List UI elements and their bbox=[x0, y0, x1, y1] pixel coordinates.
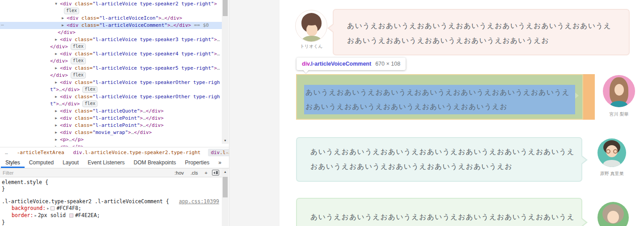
bubble-tail bbox=[581, 218, 586, 226]
open-brace: { bbox=[45, 179, 48, 185]
bubble-text-line: あいうえおあいうえおあいうえおあいうえおあいうえおあいうえおあいうえ bbox=[310, 209, 568, 224]
avatar-shirt bbox=[610, 101, 627, 107]
expand-icon[interactable]: ▶ bbox=[55, 115, 60, 122]
flex-badge[interactable]: flex bbox=[71, 72, 86, 79]
expand-icon[interactable]: ▶ bbox=[55, 108, 60, 115]
tab-layout[interactable]: Layout bbox=[58, 157, 83, 168]
inline-style-selector[interactable]: element.style bbox=[2, 179, 42, 185]
scroll-down-icon[interactable]: ▼ bbox=[222, 137, 229, 144]
tree-row[interactable]: ▶<div class="l-articleVoiceIcon">…</div> bbox=[0, 15, 222, 22]
speech-bubble-speaker-1: あいうえおあいうえおあいうえおあいうえおあいうえおあいうえおあいうえ おあいうえ… bbox=[333, 9, 630, 55]
css-property-value[interactable]: #FCF4F8; bbox=[56, 205, 81, 211]
flex-badge[interactable]: flex bbox=[64, 8, 79, 14]
tree-row[interactable]: flex bbox=[0, 8, 222, 15]
dom-tree: ▼<div class="l-articleVoice type-speaker… bbox=[0, 0, 222, 146]
sidebar-toggle-icon[interactable] bbox=[212, 170, 219, 176]
expand-icon[interactable]: ▶ bbox=[55, 143, 60, 146]
collapse-icon[interactable]: ▼ bbox=[55, 0, 60, 8]
tooltip-class: .l-articleVoiceComment bbox=[309, 61, 371, 67]
tree-row[interactable]: ▶<div class="movie_wrap">…</div> bbox=[0, 129, 222, 136]
tree-row[interactable]: ▶<div class="l-articleVoice type-speaker… bbox=[0, 36, 222, 43]
breadcrumb-item[interactable]: div.l-articleVoiceComment bbox=[208, 149, 229, 156]
breadcrumb-item[interactable]: … bbox=[4, 149, 9, 156]
bubble-text-line: あいうえおあいうえおあいうえおあいうえおあいうえおあいうえおあいうえ bbox=[347, 18, 615, 33]
bubble-text-line: おあいうえおあいうえおあいうえおあいうえおあいうえお bbox=[305, 100, 575, 114]
expand-icon[interactable]: ▶ bbox=[55, 36, 60, 43]
element-classes-toggle[interactable]: .cls bbox=[191, 170, 198, 176]
tooltip-tag: div bbox=[302, 61, 309, 67]
tab-dom-breakpoints[interactable]: DOM Breakpoints bbox=[129, 157, 181, 168]
expand-icon[interactable]: ▶ bbox=[62, 22, 67, 29]
css-source-link[interactable]: app.css:10399 bbox=[179, 198, 219, 205]
expand-icon[interactable]: ▶ bbox=[55, 79, 60, 86]
avatar-face bbox=[614, 84, 624, 96]
css-property-name[interactable]: background: bbox=[12, 205, 46, 211]
tree-row[interactable]: ▶<div class="l-articlePoint">…</div> bbox=[0, 115, 222, 122]
tab-computed[interactable]: Computed bbox=[25, 157, 58, 168]
expand-icon[interactable]: ▶ bbox=[47, 207, 49, 210]
pseudo-state-toggle[interactable]: :hov bbox=[174, 170, 184, 176]
flex-badge[interactable]: flex bbox=[71, 43, 86, 50]
expand-icon[interactable]: ▶ bbox=[34, 214, 36, 218]
scrollbar-thumb[interactable] bbox=[223, 177, 228, 197]
tree-row[interactable]: ▶<div class="l-articleVoice type-speaker… bbox=[0, 65, 222, 72]
flex-badge[interactable]: flex bbox=[82, 86, 97, 93]
tree-row[interactable]: ▶<div class="l-articleVoice type-speaker… bbox=[0, 93, 222, 100]
styles-filter-input[interactable] bbox=[3, 170, 92, 176]
tree-row[interactable]: ▶<div class="l-articleVoice type-speaker… bbox=[0, 79, 222, 86]
tree-row[interactable]: ▶<div class="l-articleVoice type-speaker… bbox=[0, 50, 222, 58]
css-rule-selector[interactable]: .l-articleVoice.type-speaker2 .l-article… bbox=[2, 198, 163, 205]
elements-scrollbar[interactable]: ▼ bbox=[222, 0, 229, 144]
flex-badge[interactable]: flex bbox=[82, 100, 97, 107]
tab-event-listeners[interactable]: Event Listeners bbox=[83, 157, 129, 168]
expand-icon[interactable]: ▶ bbox=[55, 93, 60, 100]
close-brace: } bbox=[2, 186, 5, 192]
elements-tree-pane: ▼<div class="l-articleVoice type-speaker… bbox=[0, 0, 229, 146]
css-property-value[interactable]: #F4E2EA; bbox=[75, 212, 100, 218]
css-property[interactable]: border:▶2px solid #F4E2EA; bbox=[2, 212, 219, 219]
bubble-tail bbox=[329, 24, 334, 32]
tree-row[interactable]: </div>flex bbox=[0, 58, 222, 65]
speaker-name: 原野 真里菜 bbox=[591, 171, 632, 177]
css-property[interactable]: background:▶#FCF4F8; bbox=[2, 205, 219, 212]
styles-filter-bar: :hov.cls+ bbox=[0, 168, 222, 177]
tree-row[interactable]: ▶<p>…</p> bbox=[0, 136, 222, 143]
tree-row[interactable]: t">…</div>flex bbox=[0, 100, 222, 108]
tree-row[interactable]: ▼<div class="l-articleVoice type-speaker… bbox=[0, 0, 222, 8]
tree-row[interactable]: </div>flex bbox=[0, 43, 222, 50]
color-swatch-icon[interactable] bbox=[69, 213, 73, 218]
tree-row[interactable]: …▶<div class="l-articleVoiceComment">…</… bbox=[0, 22, 222, 29]
avatar-speaker-1 bbox=[295, 10, 327, 42]
close-brace: } bbox=[2, 219, 5, 226]
tree-row[interactable]: </div>flex bbox=[0, 72, 222, 79]
tree-row[interactable]: t">…</div>flex bbox=[0, 86, 222, 93]
new-style-rule[interactable]: + bbox=[205, 170, 208, 176]
breadcrumb-item[interactable]: div.l-articleVoice.type-speaker2.type-ri… bbox=[72, 149, 202, 156]
tree-row[interactable]: </div> bbox=[0, 29, 222, 36]
tree-row[interactable]: ▶<p>…</p> bbox=[0, 143, 222, 146]
expand-icon[interactable]: ▶ bbox=[62, 15, 67, 22]
expand-icon[interactable]: ▶ bbox=[55, 129, 60, 136]
css-property-value[interactable]: 2px solid bbox=[38, 212, 69, 218]
scroll-up-icon[interactable]: ▲ bbox=[222, 168, 229, 175]
speech-bubble-speaker-3: あいうえおあいうえおあいうえおあいうえおあいうえおあいうえおあいうえ おあいうえ… bbox=[296, 137, 582, 182]
tab-properties[interactable]: Properties bbox=[181, 157, 214, 168]
expand-icon[interactable]: ▶ bbox=[55, 65, 60, 72]
css-property-name[interactable]: border: bbox=[12, 212, 33, 218]
breadcrumb-item[interactable]: -articleTextArea bbox=[16, 149, 66, 156]
scrollbar-thumb[interactable] bbox=[223, 0, 228, 16]
color-swatch-icon[interactable] bbox=[51, 206, 55, 210]
flex-badge[interactable]: flex bbox=[71, 58, 86, 64]
tab-overflow[interactable]: » bbox=[214, 157, 226, 168]
speaker-name: 宮川 梨華 bbox=[598, 111, 640, 117]
tree-row[interactable]: ▶<div class="l-articleQuote">…</div> bbox=[0, 108, 222, 115]
tree-row[interactable]: ▶<div class="l-articlePoint">…</div> bbox=[0, 122, 222, 129]
styles-scrollbar[interactable]: ▲ bbox=[222, 168, 229, 226]
tab-styles[interactable]: Styles bbox=[1, 157, 25, 168]
speech-bubble-speaker-4: あいうえおあいうえおあいうえおあいうえおあいうえおあいうえおあいうえ bbox=[296, 198, 582, 226]
expand-icon[interactable]: ▶ bbox=[55, 50, 60, 58]
expand-icon[interactable]: ▶ bbox=[55, 136, 60, 143]
screenshot-root: ▼<div class="l-articleVoice type-speaker… bbox=[0, 0, 644, 226]
devtools-tabs: StylesComputedLayoutEvent ListenersDOM B… bbox=[0, 157, 229, 168]
expand-icon[interactable]: ▶ bbox=[55, 122, 60, 129]
